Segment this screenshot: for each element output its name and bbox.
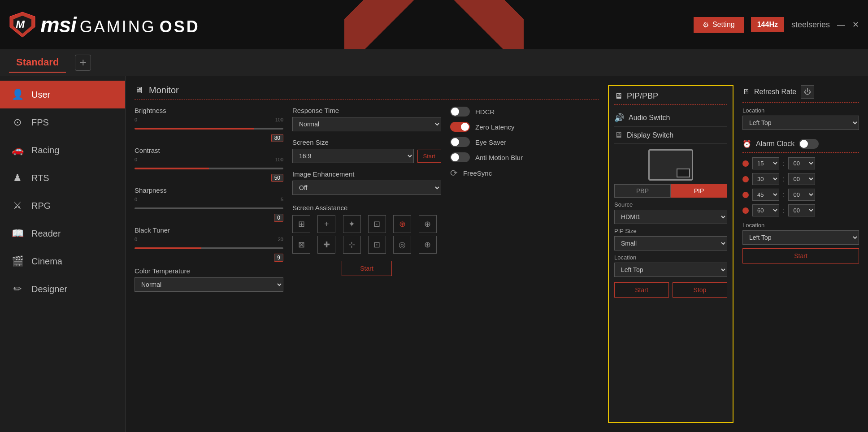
eye-saver-toggle[interactable]	[450, 137, 470, 147]
black-tuner-track: 9	[135, 243, 283, 254]
color-temp-group: Color Temperature Normal Warm Cool Custo…	[135, 267, 283, 292]
sidebar-item-rpg[interactable]: ⚔ RPG	[0, 192, 125, 220]
pbp-button[interactable]: PBP	[614, 184, 671, 198]
alarm-start-button[interactable]: Start	[742, 248, 859, 264]
alarm-clock-icon: ⏰	[742, 140, 751, 148]
sidebar-item-cinema[interactable]: 🎬 Cinema	[0, 247, 125, 275]
alarm-row-1: 15 : 00	[742, 157, 859, 169]
assist-icon-11[interactable]: ◎	[393, 236, 411, 254]
alarm-min-4[interactable]: 00	[788, 204, 815, 216]
image-enhancement-select[interactable]: Off Low Medium High Strongest	[292, 181, 441, 195]
assist-icon-9[interactable]: ⊹	[343, 236, 361, 254]
color-temp-label: Color Temperature	[135, 267, 283, 275]
pip-preview	[614, 149, 727, 181]
alarm-row-3: 45 : 00	[742, 189, 859, 201]
sharpness-value: 0	[274, 214, 283, 222]
zero-latency-toggle[interactable]	[450, 122, 470, 132]
contrast-group: Contrast 0100 50	[135, 147, 283, 174]
alarm-row-4: 60 : 00	[742, 204, 859, 216]
rts-icon: ♟	[11, 171, 24, 185]
refresh-rate-title: Refresh Rate	[754, 88, 796, 96]
assist-icon-4[interactable]: ⊡	[368, 215, 386, 233]
pip-size-select[interactable]: Small Medium Large	[614, 236, 727, 251]
screen-size-start-button[interactable]: Start	[417, 150, 441, 163]
contrast-slider[interactable]	[135, 168, 283, 169]
main-layout: 👤 User ⊙ FPS 🚗 Racing ♟ RTS ⚔ RPG 📖 Read…	[0, 76, 868, 432]
alarm-min-1[interactable]: 00	[788, 157, 815, 169]
display-switch-icon: 🖥	[614, 130, 622, 140]
steelseries-label: steelseries	[791, 20, 830, 30]
sharpness-slider[interactable]	[135, 207, 283, 209]
sidebar-item-reader[interactable]: 📖 Reader	[0, 220, 125, 247]
assist-icon-2[interactable]: +	[317, 215, 335, 233]
pip-actions: Start Stop	[614, 282, 727, 298]
display-switch-label: Display Switch	[627, 131, 673, 139]
sidebar-item-fps[interactable]: ⊙ FPS	[0, 108, 125, 136]
assist-icon-10[interactable]: ⊡	[368, 236, 386, 254]
alarm-min-2[interactable]: 00	[788, 173, 815, 185]
alarm-hour-2[interactable]: 30	[752, 173, 779, 185]
sharpness-group: Sharpness 05 0	[135, 186, 283, 214]
sidebar-item-fps-label: FPS	[31, 117, 49, 128]
pip-location-select[interactable]: Left Top Right Top Left Bottom Right Bot…	[614, 263, 727, 277]
audio-switch-label: Audio Switch	[629, 114, 670, 122]
alarm-clock-title-row: ⏰ Alarm Clock	[742, 139, 859, 149]
brightness-slider[interactable]	[135, 128, 283, 130]
add-tab-button[interactable]: +	[75, 55, 91, 71]
tab-standard[interactable]: Standard	[9, 53, 66, 73]
screen-size-select[interactable]: 16:9 4:3 Auto	[292, 149, 414, 163]
response-time-select[interactable]: Normal Fast Fastest	[292, 117, 441, 131]
assist-icon-7[interactable]: ⊠	[292, 236, 310, 254]
sidebar-item-racing[interactable]: 🚗 Racing	[0, 136, 125, 164]
refresh-location-select[interactable]: Left Top Right Top Left Bottom Right Bot…	[742, 116, 859, 130]
pip-start-button[interactable]: Start	[614, 282, 669, 298]
assist-icon-3[interactable]: ✦	[343, 215, 361, 233]
sidebar-item-designer[interactable]: ✏ Designer	[0, 275, 125, 303]
screen-assistance-start-button[interactable]: Start	[342, 261, 392, 276]
alarm-location-select[interactable]: Left Top Right Top Left Bottom Right Bot…	[742, 230, 859, 245]
sub-header: Standard +	[0, 49, 868, 76]
sidebar-item-user[interactable]: 👤 User	[0, 81, 125, 108]
anti-motion-blur-label: Anti Motion Blur	[475, 154, 523, 161]
assist-icon-12[interactable]: ⊕	[419, 236, 437, 254]
response-time-label: Response Time	[292, 107, 441, 114]
sidebar-item-rts[interactable]: ♟ RTS	[0, 164, 125, 192]
monitor-panel: 🖥 Monitor Brightness 0100 80	[135, 85, 608, 423]
source-select[interactable]: HDMI1 HDMI2 DisplayPort	[614, 210, 727, 224]
monitor-col-right: HDCR Zero Latency Eye Saver Anti Motion …	[450, 107, 599, 292]
alarm-min-3[interactable]: 00	[788, 189, 815, 201]
image-enhancement-group: Image Enhancement Off Low Medium High St…	[292, 170, 441, 195]
alarm-hour-3[interactable]: 45	[752, 189, 779, 201]
hdcr-toggle[interactable]	[450, 107, 470, 117]
minimize-button[interactable]: —	[837, 20, 845, 30]
color-temp-select[interactable]: Normal Warm Cool Custom	[135, 277, 283, 292]
black-tuner-range: 020	[135, 237, 283, 242]
eye-saver-row: Eye Saver	[450, 137, 599, 147]
brightness-group: Brightness 0100 80	[135, 107, 283, 134]
alarm-location-label: Location	[742, 222, 859, 229]
alarm-dot-2	[742, 176, 749, 182]
brightness-track: 80	[135, 123, 283, 134]
assist-icon-8[interactable]: ✚	[317, 236, 335, 254]
alarm-clock-toggle[interactable]	[799, 139, 819, 149]
setting-button[interactable]: ⚙ Setting	[694, 17, 744, 33]
refresh-rate-power-button[interactable]: ⏻	[801, 85, 814, 99]
anti-motion-blur-toggle[interactable]	[450, 152, 470, 162]
assist-icon-6[interactable]: ⊕	[419, 215, 437, 233]
zero-latency-label: Zero Latency	[475, 123, 515, 131]
alarm-clock-divider	[742, 152, 859, 153]
assist-icon-1[interactable]: ⊞	[292, 215, 310, 233]
alarm-dot-4	[742, 207, 749, 214]
rpg-icon: ⚔	[11, 199, 24, 212]
pip-stop-button[interactable]: Stop	[673, 282, 727, 298]
close-button[interactable]: ✕	[852, 20, 859, 30]
alarm-hour-1[interactable]: 15	[752, 157, 779, 169]
content-area: 🖥 Monitor Brightness 0100 80	[126, 76, 868, 432]
black-tuner-slider[interactable]	[135, 247, 283, 249]
alarm-hour-4[interactable]: 60	[752, 204, 779, 216]
monitor-icon: 🖥	[135, 85, 143, 95]
sidebar-item-reader-label: Reader	[31, 229, 61, 239]
pip-button[interactable]: PIP	[671, 184, 727, 198]
assist-icon-5[interactable]: ⊛	[393, 215, 411, 233]
logo: M msi GAMING OSD	[9, 11, 200, 38]
